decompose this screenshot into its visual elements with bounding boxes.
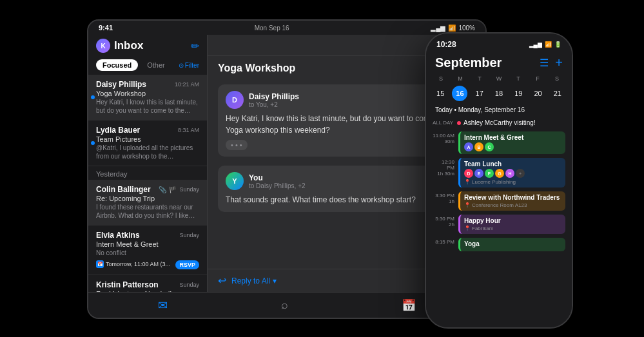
phone-battery-icon: 🔋 xyxy=(554,41,561,48)
sender-avatar-you: Y xyxy=(226,172,244,190)
add-event-button[interactable]: + xyxy=(555,55,563,70)
event-row-lunch[interactable]: 12:30 PM 1h 30m Team Lunch D E F G H + 📍 xyxy=(433,158,565,188)
cal-day-15[interactable]: 15 xyxy=(433,86,448,101)
email-sender: Lydia Bauer xyxy=(96,126,140,135)
rsvp-button[interactable]: RSVP xyxy=(175,260,199,269)
event-time: 5:30 PM 2h xyxy=(433,215,454,227)
email-sender: Colin Ballinger xyxy=(96,185,151,194)
phone-signal-icon: ▂▄▆ xyxy=(529,41,542,48)
cal-day-16[interactable]: 16 xyxy=(452,86,467,101)
event-avatars: A B C xyxy=(464,142,561,151)
email-item-kristin[interactable]: Kristin Patterson Sunday Fw: Volunteers … xyxy=(88,275,207,292)
email-preview: @Katri, I uploaded all the pictures from… xyxy=(96,144,199,160)
event-row-happy-hour[interactable]: 5:30 PM 2h Happy Hour 📍 Fabrikam xyxy=(433,215,565,234)
reply-all-label: Reply to All xyxy=(231,276,270,285)
message-to: to You, +2 xyxy=(249,101,434,108)
cal-day-20[interactable]: 20 xyxy=(531,86,546,101)
mail-nav-item[interactable]: ✉ xyxy=(158,298,168,313)
email-sender: Daisy Phillips xyxy=(96,80,146,89)
event-avatars: D E F G H + xyxy=(464,169,561,178)
event-name: Happy Hour xyxy=(464,217,561,224)
message-reaction: • • • xyxy=(226,140,248,150)
event-row-intern[interactable]: 11:00 AM 30m Intern Meet & Greet A B C xyxy=(433,131,565,154)
today-label: Today • Monday, September 16 xyxy=(426,104,572,115)
calendar-event-row: 📅 Tomorrow, 11:00 AM (3... RSVP xyxy=(96,258,199,269)
event-location: 📍 Conference Room A123 xyxy=(464,202,561,208)
compose-button[interactable]: ✏ xyxy=(191,40,199,52)
cal-day-21[interactable]: 21 xyxy=(550,86,565,101)
avatar-4: G xyxy=(495,169,504,178)
reply-icon: ↩ xyxy=(218,274,226,287)
email-subject: Re: Upcoming Trip xyxy=(96,195,199,202)
cal-day-17[interactable]: 17 xyxy=(472,86,487,101)
inbox-list: K Inbox ✏ Focused Other ⊙ Filter Daisy P… xyxy=(88,35,208,292)
inbox-avatar: K xyxy=(96,39,110,53)
email-subject: Intern Meet & Greet xyxy=(96,240,199,248)
event-duration: 1h xyxy=(433,198,454,204)
email-preview: Hey Katri, I know this is last minute, b… xyxy=(96,98,199,115)
dot-indicator xyxy=(457,121,461,125)
phone-time: 10:28 xyxy=(436,40,456,49)
avatar-2: B xyxy=(474,142,483,151)
other-filter-button[interactable]: Other xyxy=(142,59,170,71)
email-item-daisy[interactable]: Daisy Phillips 10:21 AM Yoga Workshop He… xyxy=(88,75,207,120)
more-avatars-button[interactable]: + xyxy=(516,169,525,178)
tablet-status-icons: ▂▄▆ 📶 100% xyxy=(431,24,475,32)
event-duration: 1h 30m xyxy=(433,171,454,177)
event-start-time: 8:15 PM xyxy=(433,239,454,245)
flag-icon: 🏴 xyxy=(169,186,177,193)
message-sender-name: Daisy Phillips xyxy=(249,92,434,101)
filter-row: Focused Other ⊙ Filter xyxy=(88,57,207,75)
event-start-time: 3:30 PM xyxy=(433,193,454,198)
search-nav-item[interactable]: ⌕ xyxy=(281,298,288,312)
message-meta: Daisy Phillips to You, +2 xyxy=(249,92,434,108)
reply-all-button[interactable]: Reply to All ▾ xyxy=(231,276,277,285)
calendar-header: September ☰ + xyxy=(426,52,572,73)
event-time: 11:00 AM 30m xyxy=(433,131,454,144)
event-block: Yoga xyxy=(458,238,565,251)
focused-filter-button[interactable]: Focused xyxy=(96,59,138,71)
event-row-yoga[interactable]: 8:15 PM Yoga xyxy=(433,238,565,251)
avatar-1: D xyxy=(464,169,473,178)
cal-day-18[interactable]: 18 xyxy=(491,86,507,101)
email-time: Sunday xyxy=(179,232,199,238)
phone-status-icons: ▂▄▆ 📶 🔋 xyxy=(529,41,561,48)
weekday-t1: T xyxy=(470,74,489,83)
email-subject: Team Pictures xyxy=(96,135,199,143)
calendar-days: 15 16 17 18 19 20 21 xyxy=(426,84,572,104)
location-icon: 📍 xyxy=(464,226,471,231)
event-location: 📍 Lucerne Publishing xyxy=(464,179,561,185)
event-row-review[interactable]: 3:30 PM 1h Review with Northwind Traders… xyxy=(433,191,565,211)
event-name: Team Lunch xyxy=(464,160,561,168)
email-item-colin[interactable]: Colin Ballinger 📎 🏴 Sunday Re: Upcoming … xyxy=(88,180,207,226)
cal-day-19[interactable]: 19 xyxy=(511,86,526,101)
email-sender: Kristin Patterson xyxy=(96,280,159,289)
weekday-w: W xyxy=(489,74,509,83)
email-time: Sunday xyxy=(179,282,199,288)
event-duration: 30m xyxy=(433,139,454,144)
list-view-button[interactable]: ☰ xyxy=(540,57,549,69)
weekday-t2: T xyxy=(509,74,528,83)
event-block: Review with Northwind Traders 📍 Conferen… xyxy=(458,191,565,211)
inbox-header: K Inbox ✏ xyxy=(88,35,207,57)
email-item-header: Lydia Bauer 8:31 AM xyxy=(96,126,199,135)
event-time: 8:15 PM xyxy=(433,238,454,245)
email-item-elvia[interactable]: Elvia Atkins Sunday Intern Meet & Greet … xyxy=(88,226,207,275)
calendar-weekdays: S M T W T F S xyxy=(426,73,572,84)
event-time: 3:30 PM 1h xyxy=(433,191,454,204)
avatar-5: H xyxy=(505,169,514,178)
filter-button[interactable]: ⊙ Filter xyxy=(179,62,199,69)
weekday-s2: S xyxy=(547,74,567,83)
email-item-lydia[interactable]: Lydia Bauer 8:31 AM Team Pictures @Katri… xyxy=(88,120,207,166)
calendar-nav-item[interactable]: 📅 xyxy=(402,298,416,313)
event-name: Yoga xyxy=(464,240,561,247)
attachment-icon: 📎 xyxy=(159,186,166,193)
inbox-title: Inbox xyxy=(114,39,143,52)
location-icon: 📍 xyxy=(464,179,471,185)
avatar-3: F xyxy=(485,169,494,178)
avatar-1: A xyxy=(464,142,473,151)
calendar-icons-row: ☰ + xyxy=(540,55,563,70)
calendar-events: ALL DAY Ashley McCarthy visiting! 11:00 … xyxy=(426,115,572,327)
event-block: Team Lunch D E F G H + 📍 Lucerne Publish… xyxy=(458,158,565,188)
calendar-month-row: September xyxy=(435,55,502,70)
